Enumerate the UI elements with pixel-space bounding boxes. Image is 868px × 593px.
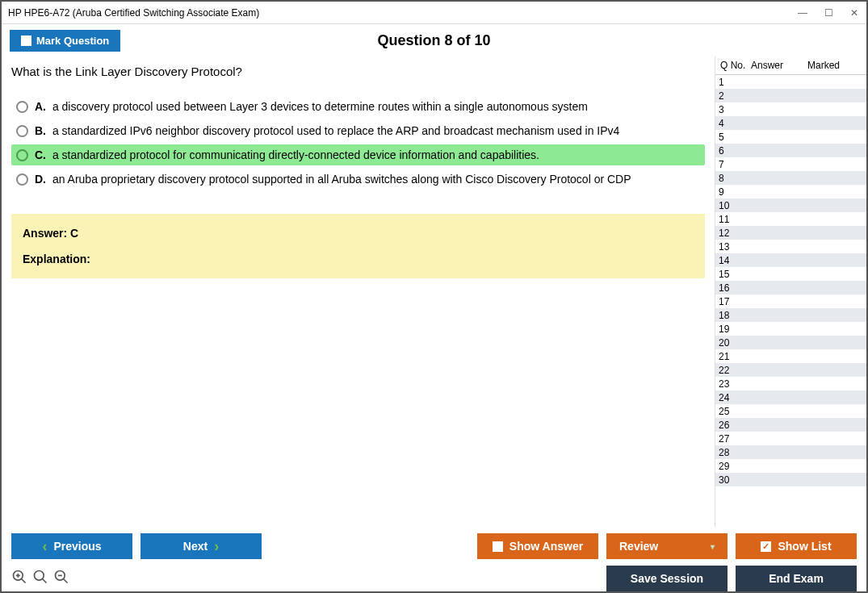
question-number: 25: [715, 406, 749, 417]
save-session-button[interactable]: Save Session: [606, 566, 728, 591]
question-number: 5: [715, 132, 749, 143]
question-number: 15: [715, 269, 749, 280]
option-C[interactable]: C. a standardized protocol for communica…: [11, 144, 705, 165]
mark-checkbox-icon: [21, 35, 31, 46]
question-number: 2: [715, 90, 749, 102]
show-answer-checkbox-icon: [493, 541, 503, 552]
main-area: What is the Link Layer Discovery Protoco…: [2, 56, 866, 527]
question-row[interactable]: 19: [715, 322, 866, 336]
show-list-button[interactable]: Show List: [736, 533, 857, 559]
sidebar-body[interactable]: 1234567891011121314151617181920212223242…: [715, 75, 866, 527]
question-row[interactable]: 11: [715, 212, 866, 226]
question-row[interactable]: 28: [715, 445, 866, 459]
question-row[interactable]: 2: [715, 89, 866, 102]
mark-question-button[interactable]: Mark Question: [10, 30, 120, 52]
question-number: 16: [715, 282, 749, 294]
zoom-reset-icon[interactable]: [32, 569, 48, 589]
question-row[interactable]: 7: [715, 157, 866, 171]
question-number: 10: [715, 200, 749, 211]
question-row[interactable]: 25: [715, 404, 866, 418]
option-text: B. a standardized IPv6 neighbor discover…: [35, 124, 619, 137]
question-row[interactable]: 30: [715, 473, 866, 487]
col-qno-header: Q No.: [717, 60, 751, 71]
show-answer-button[interactable]: Show Answer: [477, 533, 598, 559]
window-controls: — ☐ ✕: [797, 7, 860, 19]
next-label: Next: [183, 540, 208, 553]
topbar: Mark Question Question 8 of 10: [2, 24, 866, 56]
question-row[interactable]: 9: [715, 185, 866, 198]
option-text: D. an Aruba proprietary discovery protoc…: [35, 173, 631, 186]
previous-button[interactable]: Previous: [11, 533, 132, 559]
question-row[interactable]: 13: [715, 240, 866, 253]
question-row[interactable]: 22: [715, 363, 866, 377]
sidebar-header: Q No. Answer Marked: [715, 56, 866, 75]
question-number: 8: [715, 173, 749, 184]
question-number: 4: [715, 118, 749, 129]
question-number: 21: [715, 351, 749, 362]
question-row[interactable]: 23: [715, 377, 866, 390]
option-text: A. a discovery protocol used between Lay…: [35, 100, 588, 113]
svg-line-5: [43, 578, 47, 583]
question-row[interactable]: 20: [715, 336, 866, 349]
col-answer-header: Answer: [751, 60, 807, 71]
maximize-button[interactable]: ☐: [823, 7, 834, 19]
question-row[interactable]: 18: [715, 308, 866, 322]
show-answer-label: Show Answer: [509, 540, 583, 553]
next-button[interactable]: Next: [140, 533, 262, 559]
end-exam-button[interactable]: End Exam: [736, 566, 857, 591]
question-row[interactable]: 26: [715, 418, 866, 432]
question-row[interactable]: 17: [715, 294, 866, 308]
zoom-controls: [11, 569, 69, 589]
show-list-checkbox-icon: [761, 541, 771, 552]
question-number: 14: [715, 255, 749, 266]
radio-icon: [16, 173, 28, 186]
question-row[interactable]: 29: [715, 459, 866, 473]
question-row[interactable]: 24: [715, 390, 866, 404]
col-marked-header: Marked: [807, 60, 840, 71]
option-A[interactable]: A. a discovery protocol used between Lay…: [11, 96, 705, 117]
explanation-label: Explanation:: [23, 253, 694, 265]
review-label: Review: [619, 540, 658, 553]
question-number: 26: [715, 420, 749, 431]
answer-box: Answer: C Explanation:: [11, 214, 705, 278]
question-number: 20: [715, 337, 749, 349]
question-row[interactable]: 10: [715, 198, 866, 212]
question-row[interactable]: 6: [715, 144, 866, 157]
question-row[interactable]: 1: [715, 75, 866, 89]
question-number: 9: [715, 186, 749, 198]
question-row[interactable]: 21: [715, 349, 866, 363]
question-row[interactable]: 4: [715, 116, 866, 130]
app-window: HP HPE6-A72 (Aruba Certified Switching A…: [0, 0, 868, 593]
show-list-label: Show List: [778, 540, 831, 553]
save-session-label: Save Session: [631, 572, 703, 585]
question-row[interactable]: 14: [715, 253, 866, 267]
question-row[interactable]: 5: [715, 130, 866, 144]
minimize-button[interactable]: —: [797, 7, 808, 19]
question-row[interactable]: 16: [715, 281, 866, 294]
end-exam-label: End Exam: [769, 572, 824, 585]
question-number: 6: [715, 145, 749, 157]
zoom-out-icon[interactable]: [53, 569, 69, 589]
question-row[interactable]: 8: [715, 171, 866, 185]
question-row[interactable]: 27: [715, 432, 866, 445]
option-D[interactable]: D. an Aruba proprietary discovery protoc…: [11, 169, 705, 190]
question-number: 13: [715, 241, 749, 253]
question-row[interactable]: 15: [715, 267, 866, 281]
review-dropdown[interactable]: Review: [606, 533, 728, 559]
window-title: HP HPE6-A72 (Aruba Certified Switching A…: [8, 7, 259, 19]
close-button[interactable]: ✕: [849, 7, 860, 19]
radio-icon: [16, 125, 28, 137]
bottombar: Previous Next Show Answer Review Show Li…: [2, 527, 866, 591]
question-text: What is the Link Layer Discovery Protoco…: [11, 65, 705, 78]
zoom-in-icon[interactable]: [11, 569, 27, 589]
question-row[interactable]: 12: [715, 226, 866, 240]
question-number: 3: [715, 104, 749, 115]
question-content: What is the Link Layer Discovery Protoco…: [2, 56, 715, 527]
question-number: 1: [715, 77, 749, 88]
question-row[interactable]: 3: [715, 102, 866, 116]
radio-icon: [16, 101, 28, 113]
svg-line-7: [64, 578, 68, 583]
option-B[interactable]: B. a standardized IPv6 neighbor discover…: [11, 120, 705, 141]
question-number: 12: [715, 228, 749, 239]
question-list-sidebar: Q No. Answer Marked 12345678910111213141…: [715, 56, 866, 527]
